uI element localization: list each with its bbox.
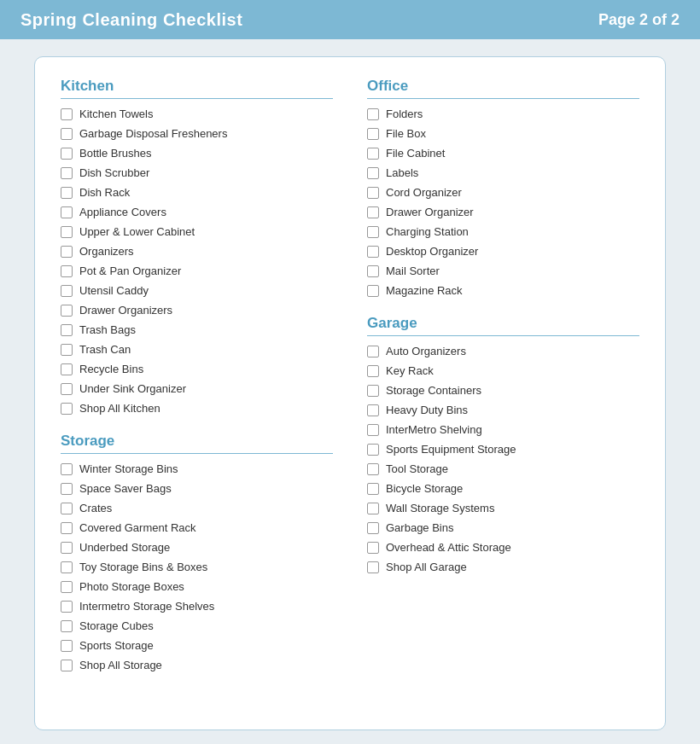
checkbox-kitchen-1[interactable]	[61, 128, 73, 140]
checkbox-office-5[interactable]	[367, 206, 379, 218]
checkbox-office-6[interactable]	[367, 226, 379, 238]
checklist-label: Utensil Caddy	[79, 283, 149, 299]
checkbox-office-9[interactable]	[367, 285, 379, 297]
list-item: Sports Equipment Storage	[367, 441, 639, 458]
list-item: Toy Storage Bins & Boxes	[61, 559, 333, 576]
checkbox-kitchen-7[interactable]	[61, 246, 73, 258]
checkbox-storage-4[interactable]	[61, 542, 73, 554]
checklist-label: Dish Rack	[79, 185, 130, 201]
checkbox-kitchen-5[interactable]	[61, 206, 73, 218]
list-item: Photo Storage Boxes	[61, 578, 333, 596]
checkbox-garage-0[interactable]	[367, 346, 379, 357]
checkbox-garage-5[interactable]	[367, 444, 379, 456]
checkbox-kitchen-9[interactable]	[61, 285, 73, 297]
checklist-label: Garbage Bins	[386, 520, 454, 536]
checkbox-storage-7[interactable]	[61, 601, 73, 613]
checkbox-storage-5[interactable]	[61, 561, 73, 573]
checkbox-office-4[interactable]	[367, 187, 379, 199]
checklist-label: Key Rack	[386, 363, 434, 379]
checkbox-kitchen-10[interactable]	[61, 305, 73, 317]
garage-items-list: Auto OrganizersKey RackStorage Container…	[367, 343, 639, 576]
list-item: File Box	[367, 125, 639, 142]
office-section: Office FoldersFile BoxFile CabinetLabels…	[367, 78, 639, 299]
list-item: Kitchen Towels	[61, 106, 333, 123]
checkbox-kitchen-4[interactable]	[61, 187, 73, 199]
checkbox-garage-7[interactable]	[367, 483, 379, 495]
checkbox-kitchen-11[interactable]	[61, 324, 73, 336]
checklist-label: Garbage Disposal Fresheners	[79, 126, 227, 142]
checklist-label: Space Saver Bags	[79, 481, 172, 497]
checkbox-storage-1[interactable]	[61, 483, 73, 495]
checkbox-garage-1[interactable]	[367, 365, 379, 377]
list-item: Charging Station	[367, 224, 639, 241]
checkbox-office-7[interactable]	[367, 246, 379, 258]
list-item: Cord Organizer	[367, 184, 639, 201]
list-item: Wall Storage Systems	[367, 500, 639, 517]
list-item: Winter Storage Bins	[61, 461, 333, 478]
checkbox-storage-6[interactable]	[61, 581, 73, 593]
checklist-label: Winter Storage Bins	[79, 462, 178, 477]
checkbox-garage-6[interactable]	[367, 463, 379, 475]
list-item: Recycle Bins	[61, 361, 333, 378]
checkbox-kitchen-2[interactable]	[61, 148, 73, 160]
checkbox-kitchen-14[interactable]	[61, 383, 73, 395]
checkbox-garage-11[interactable]	[367, 561, 379, 573]
checklist-label: Shop All Garage	[386, 560, 467, 575]
checklist-label: Bicycle Storage	[386, 481, 463, 497]
checkbox-kitchen-13[interactable]	[61, 363, 73, 375]
list-item: Intermetro Storage Shelves	[61, 598, 333, 615]
checkbox-office-2[interactable]	[367, 148, 379, 160]
checkbox-garage-4[interactable]	[367, 424, 379, 436]
list-item: Upper & Lower Cabinet	[61, 224, 333, 241]
storage-title: Storage	[61, 433, 333, 450]
checklist-label: Trash Bags	[79, 323, 136, 338]
checkbox-garage-10[interactable]	[367, 542, 379, 554]
checkbox-storage-9[interactable]	[61, 640, 73, 652]
list-item: Heavy Duty Bins	[367, 402, 639, 419]
checkbox-office-8[interactable]	[367, 265, 379, 277]
list-item: Utensil Caddy	[61, 282, 333, 299]
list-item: Trash Can	[61, 341, 333, 358]
checklist-label: Mail Sorter	[386, 264, 440, 279]
list-item: Storage Containers	[367, 382, 639, 399]
checklist-label: Drawer Organizers	[79, 303, 172, 318]
list-item: Tool Storage	[367, 461, 639, 478]
list-item: Magazine Rack	[367, 282, 639, 299]
checkbox-kitchen-15[interactable]	[61, 403, 73, 415]
checkbox-kitchen-0[interactable]	[61, 108, 73, 120]
list-item: Garbage Disposal Fresheners	[61, 125, 333, 142]
list-item: Labels	[367, 165, 639, 182]
checkbox-garage-8[interactable]	[367, 503, 379, 514]
checkbox-kitchen-6[interactable]	[61, 226, 73, 238]
checkbox-storage-8[interactable]	[61, 620, 73, 632]
checklist-label: Recycle Bins	[79, 362, 143, 377]
checkbox-garage-3[interactable]	[367, 404, 379, 416]
checkbox-garage-2[interactable]	[367, 385, 379, 397]
garage-title: Garage	[367, 315, 639, 332]
list-item: Drawer Organizer	[367, 204, 639, 221]
checklist-label: Underbed Storage	[79, 540, 170, 555]
checklist-label: Desktop Organizer	[386, 244, 478, 259]
list-item: Drawer Organizers	[61, 302, 333, 319]
checkbox-office-1[interactable]	[367, 128, 379, 140]
checkbox-kitchen-12[interactable]	[61, 344, 73, 356]
storage-divider	[61, 453, 333, 454]
storage-items-list: Winter Storage BinsSpace Saver BagsCrate…	[61, 461, 333, 674]
checklist-label: Covered Garment Rack	[79, 520, 196, 536]
checkbox-kitchen-3[interactable]	[61, 167, 73, 179]
checklist-label: Tool Storage	[386, 462, 448, 477]
checklist-card: Kitchen Kitchen TowelsGarbage Disposal F…	[34, 56, 666, 730]
list-item: Underbed Storage	[61, 539, 333, 556]
checkbox-storage-2[interactable]	[61, 503, 73, 514]
checkbox-storage-0[interactable]	[61, 463, 73, 475]
checklist-label: Heavy Duty Bins	[386, 403, 468, 418]
header-page: Page 2 of 2	[598, 11, 680, 29]
checkbox-kitchen-8[interactable]	[61, 265, 73, 277]
checklist-label: Wall Storage Systems	[386, 501, 494, 516]
checklist-label: Dish Scrubber	[79, 166, 149, 181]
checkbox-office-0[interactable]	[367, 108, 379, 120]
checkbox-garage-9[interactable]	[367, 522, 379, 534]
checkbox-storage-3[interactable]	[61, 522, 73, 534]
checkbox-storage-10[interactable]	[61, 660, 73, 671]
checkbox-office-3[interactable]	[367, 167, 379, 179]
